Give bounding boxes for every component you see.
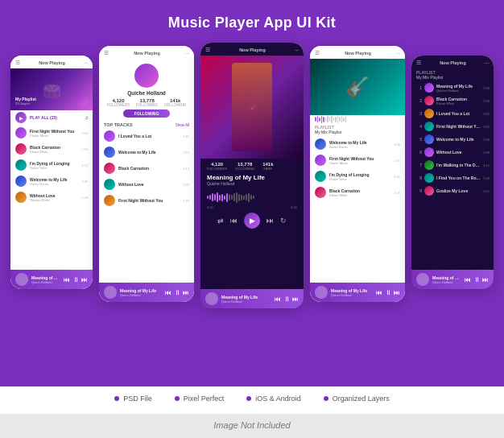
p4-song-3[interactable]: I'm Dying of Longing Drake Yates 4:12 [310, 168, 405, 184]
track-dur-2: 2:56 [183, 151, 189, 155]
song-item-2[interactable]: Black Carnation Elaine White 2:56 [10, 141, 93, 157]
prev-btn-np3[interactable]: ⏮ [275, 295, 281, 303]
following-stat: 13,778 FOLLOWING [136, 98, 158, 107]
play-all-row[interactable]: ▶ PLAY ALL (25) ⇄ [10, 110, 93, 125]
page-header: Music Player App UI Kit [0, 0, 504, 43]
np-avatar-2 [104, 286, 117, 299]
play-button-4[interactable]: ⏸ [385, 289, 391, 296]
song-item-1[interactable]: First Night Without You Chase Music 3:45 [10, 125, 93, 141]
next-button-4[interactable]: ⏭ [394, 289, 400, 296]
menu-icon-4[interactable]: ⋯ [396, 51, 400, 56]
pl-row-9[interactable]: 9 Goalize My Love 3:15 [411, 184, 494, 197]
bottom-note: Image Not Included [0, 420, 504, 430]
p4-song-2[interactable]: First Night Without You Chase Music 3:45 [310, 152, 405, 168]
next-button-5[interactable]: ⏭ [482, 276, 489, 283]
track-item-3[interactable]: Black Carnation 4:12 [99, 160, 194, 176]
phones-container: ☰ Now Playing ⋯ 🥁 My Playlist DJ Jasper [0, 43, 504, 386]
prev-button-5[interactable]: ⏮ [465, 276, 471, 283]
prev-button-3[interactable]: ⏮ [230, 217, 238, 225]
feature-psd-label: PSD File [123, 395, 152, 403]
pl-dur-4: 3:45 [483, 125, 490, 129]
menu-icon-5[interactable]: ⋯ [485, 60, 489, 65]
track-name-1: I Loved You a Lot [118, 134, 180, 138]
waveform-bar [231, 195, 233, 200]
fstat-fans: 141k FANS [262, 162, 273, 171]
repeat-button[interactable]: ↻ [280, 217, 287, 225]
np-avatar-5 [416, 273, 429, 286]
pl-num-7: 7 [415, 163, 422, 167]
pl-name-8: I Find You on The Roads [436, 176, 481, 180]
menu-icon-2[interactable]: ⋯ [185, 51, 189, 56]
track-dur-1: 3:45 [183, 134, 189, 138]
song-item-4[interactable]: Welcome to My Life Guido Flores 3:38 [10, 173, 93, 189]
show-all-link[interactable]: Show All [176, 123, 189, 127]
song-avatar-1 [15, 127, 27, 138]
featured-hero: 🎸 [200, 56, 304, 159]
p4-avatar-3 [315, 171, 326, 182]
pl-row-1[interactable]: 1 Meaning of My Life Quiche Holland 2:46 [411, 81, 494, 94]
shuffle-icon[interactable]: ⇄ [85, 116, 88, 120]
pl-avatar-8 [424, 173, 434, 183]
phone-3-topbar: ☰ Now Playing ⋯ [200, 43, 304, 56]
dot-ios [246, 396, 251, 401]
track-item-2[interactable]: Welcome to My Life 2:56 [99, 144, 194, 160]
pl-num-3: 3 [415, 111, 422, 116]
play-pause-button[interactable]: ▶ [244, 213, 260, 229]
track-text-1: I Loved You a Lot [118, 134, 180, 138]
playlist-label-5: PLAYLISTMy Mix Playlist [411, 68, 494, 81]
pl-row-6[interactable]: 6 Without Love 3:38 [411, 146, 494, 159]
feature-layers: Organized Layers [324, 395, 390, 403]
next-btn-np3[interactable]: ⏭ [292, 295, 299, 303]
next-button-3[interactable]: ⏭ [266, 217, 274, 225]
pl-num-5: 5 [415, 137, 422, 142]
shuffle-button[interactable]: ⇄ [217, 217, 224, 225]
page-title: Music Player App UI Kit [0, 14, 504, 31]
song-item-3[interactable]: I'm Dying of Longing Drake Yates 4:12 [10, 157, 93, 173]
track-item-5[interactable]: First Night Without You 5:20 [99, 192, 194, 209]
p4-dur-3: 4:12 [394, 175, 400, 179]
play-button-2[interactable]: ⏸ [174, 289, 180, 296]
track-item-4[interactable]: Without Love 3:38 [99, 176, 194, 192]
song-text-3: I'm Dying of Longing Drake Yates [30, 161, 78, 170]
song-avatar-2 [15, 143, 27, 155]
prev-button-1[interactable]: ⏮ [64, 276, 70, 283]
pl-row-8[interactable]: 8 I Find You on The Roads 5:20 [411, 171, 494, 184]
pl-row-2[interactable]: 2 Black Carnation Elaine White 2:56 [411, 94, 494, 107]
p4-song-4[interactable]: Black Carnation Elaine White 2:56 [310, 184, 405, 200]
pl-avatar-2 [424, 96, 434, 105]
feature-ios-label: iOS & Android [255, 395, 301, 403]
menu-icon[interactable]: ⋯ [84, 60, 88, 65]
next-button-1[interactable]: ⏭ [81, 276, 88, 283]
play-all-button[interactable]: ▶ [15, 112, 27, 123]
p4-text-3: I'm Dying of Longing Drake Yates [329, 172, 390, 181]
footer-features: PSD File Pixel Perfect iOS & Android Org… [0, 395, 504, 403]
phone-1: ☰ Now Playing ⋯ 🥁 My Playlist DJ Jasper [10, 56, 93, 289]
followers-stat: 4,120 FOLLOWERS [107, 98, 130, 107]
np-controls-5: ⏮ ⏸ ⏭ [465, 276, 489, 283]
song-item-5[interactable]: Without Love Odessa Blake 5:20 [10, 189, 93, 205]
prev-button-2[interactable]: ⏮ [165, 289, 171, 296]
np-controls-4: ⏮ ⏸ ⏭ [376, 289, 400, 296]
pl-row-4[interactable]: 4 First Night Without You 3:45 [411, 120, 494, 133]
waveform-bar [217, 192, 218, 202]
follow-button[interactable]: FOLLOWING [123, 110, 171, 118]
pl-avatar-4 [424, 122, 434, 131]
np-controls-3: ⏮ ⏸ ⏭ [275, 295, 299, 303]
song-avatar-5 [15, 192, 27, 203]
phone-1-hero: 🥁 My Playlist DJ Jasper [10, 68, 93, 110]
play-button-1[interactable]: ⏸ [72, 276, 79, 283]
pl-num-9: 9 [415, 188, 422, 193]
play-button-5[interactable]: ⏸ [473, 276, 480, 283]
prev-button-4[interactable]: ⏮ [376, 289, 382, 296]
pl-row-7[interactable]: 7 I'm Walking in The Dark 4:12 [411, 159, 494, 171]
track-dur-4: 3:38 [183, 183, 189, 187]
menu-icon-3[interactable]: ⋯ [295, 48, 299, 52]
pl-row-5[interactable]: 5 Welcome to My Life 2:56 [411, 133, 494, 146]
profile-section: Quiche Holland 4,120 FOLLOWERS 13,778 FO… [99, 59, 194, 120]
track-item-1[interactable]: I Loved You a Lot 3:45 [99, 128, 194, 144]
track-text-2: Welcome to My Life [118, 150, 180, 155]
next-button-2[interactable]: ⏭ [183, 289, 189, 296]
play-btn-np3[interactable]: ⏸ [283, 295, 290, 303]
pl-row-3[interactable]: 3 I Loved You a Lot 3:45 [411, 107, 494, 120]
p4-song-1[interactable]: Welcome to My Life Guido Flores 3:38 [310, 136, 405, 152]
